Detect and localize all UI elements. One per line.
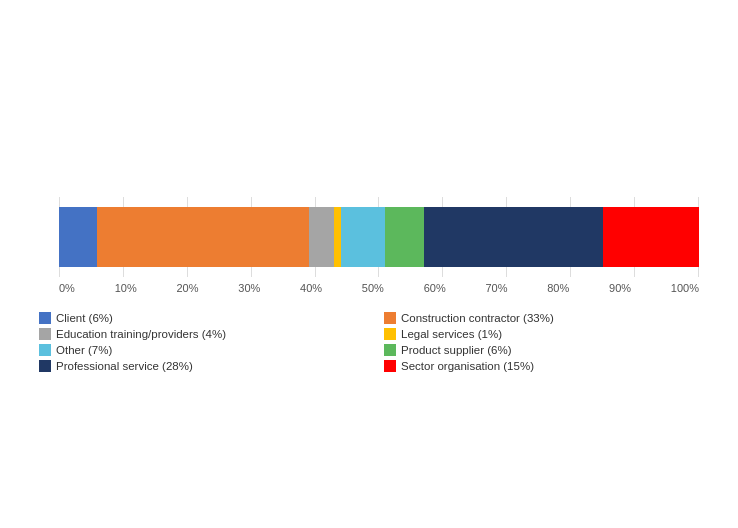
stacked-bar — [59, 207, 699, 267]
legend-item: Professional service (28%) — [39, 360, 364, 372]
legend-label: Sector organisation (15%) — [401, 360, 534, 372]
x-axis-label: 60% — [424, 282, 446, 294]
legend-swatch — [384, 328, 396, 340]
chart-area: 0%10%20%30%40%50%60%70%80%90%100% — [29, 197, 709, 294]
bar-segment-education-training/providers — [309, 207, 335, 267]
bar-wrapper — [59, 197, 699, 277]
legend-swatch — [384, 360, 396, 372]
x-axis-label: 10% — [115, 282, 137, 294]
legend-label: Product supplier (6%) — [401, 344, 512, 356]
x-axis-label: 30% — [238, 282, 260, 294]
legend-label: Client (6%) — [56, 312, 113, 324]
legend-swatch — [39, 328, 51, 340]
legend-swatch — [39, 312, 51, 324]
grid-and-bar — [59, 197, 699, 277]
legend-item: Other (7%) — [39, 344, 364, 356]
legend-item: Legal services (1%) — [384, 328, 709, 340]
bar-segment-other — [341, 207, 386, 267]
bar-segment-client — [59, 207, 97, 267]
bar-segment-construction-contractor — [97, 207, 308, 267]
x-axis-label: 0% — [59, 282, 75, 294]
x-axis-label: 70% — [485, 282, 507, 294]
legend-label: Legal services (1%) — [401, 328, 502, 340]
x-axis-label: 50% — [362, 282, 384, 294]
bar-segment-sector-organisation — [603, 207, 699, 267]
x-axis-label: 100% — [671, 282, 699, 294]
legend-label: Education training/providers (4%) — [56, 328, 226, 340]
x-axis-label: 90% — [609, 282, 631, 294]
legend-label: Construction contractor (33%) — [401, 312, 554, 324]
legend-swatch — [39, 360, 51, 372]
legend-label: Professional service (28%) — [56, 360, 193, 372]
x-axis-label: 80% — [547, 282, 569, 294]
legend-swatch — [39, 344, 51, 356]
legend-swatch — [384, 312, 396, 324]
legend-item: Construction contractor (33%) — [384, 312, 709, 324]
legend-swatch — [384, 344, 396, 356]
legend-item: Sector organisation (15%) — [384, 360, 709, 372]
x-axis: 0%10%20%30%40%50%60%70%80%90%100% — [59, 282, 699, 294]
bar-segment-product-supplier — [385, 207, 423, 267]
bar-segment-professional-service — [424, 207, 603, 267]
legend: Client (6%)Construction contractor (33%)… — [39, 312, 709, 372]
legend-item: Education training/providers (4%) — [39, 328, 364, 340]
x-axis-label: 40% — [300, 282, 322, 294]
chart-container: 0%10%20%30%40%50%60%70%80%90%100% Client… — [19, 147, 719, 382]
legend-item: Client (6%) — [39, 312, 364, 324]
legend-label: Other (7%) — [56, 344, 112, 356]
legend-item: Product supplier (6%) — [384, 344, 709, 356]
x-axis-label: 20% — [176, 282, 198, 294]
